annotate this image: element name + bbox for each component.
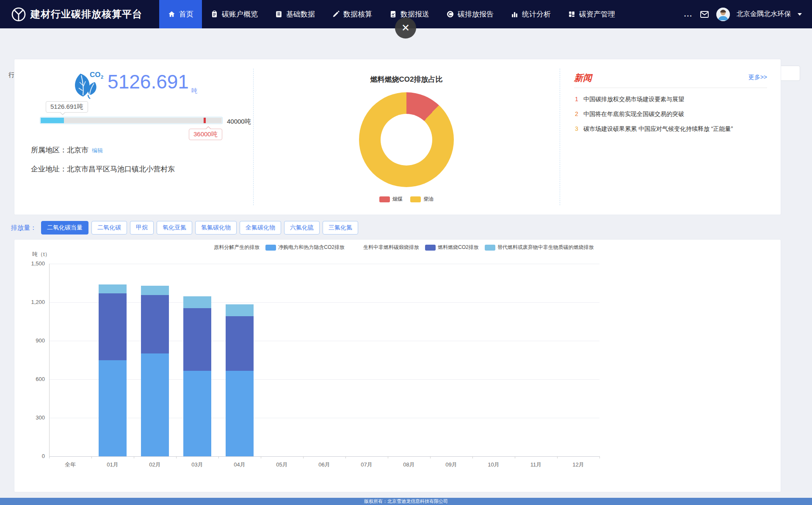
x-axis-tick	[176, 456, 177, 458]
audit-icon	[332, 10, 340, 18]
mail-icon[interactable]	[699, 9, 710, 19]
tab-ch4[interactable]: 甲烷	[130, 221, 154, 235]
y-tick-label: 1,500	[19, 260, 45, 267]
y-tick-label: 600	[19, 376, 45, 382]
bar-segment	[141, 286, 169, 295]
y-tick-label: 0	[19, 453, 45, 459]
x-tick-label: 08月	[392, 461, 426, 469]
legend-label: 柴油	[423, 196, 434, 203]
region-line: 所属地区：北京市编辑	[31, 145, 103, 155]
region-label: 所属地区：	[31, 146, 67, 154]
database-icon	[275, 10, 283, 18]
bar-segment	[226, 304, 254, 317]
y-tick-label: 1,200	[19, 299, 45, 305]
nav-item-home[interactable]: 首页	[159, 0, 202, 28]
news-more-link[interactable]: 更多>>	[748, 74, 767, 81]
nav-menu: 首页碳账户概览基础数据数据核算数据报送碳排放报告统计分析碳资产管理	[159, 0, 624, 28]
grid-line	[49, 341, 599, 341]
news-item[interactable]: 3碳市场建设硕果累累 中国应对气候变化持续释放 “正能量”	[574, 124, 767, 133]
x-tick-label: 06月	[307, 461, 341, 469]
x-tick-label: 07月	[350, 461, 384, 469]
nav-item-statistics[interactable]: 统计分析	[502, 0, 559, 28]
donut-hole	[381, 114, 432, 166]
home-icon	[168, 10, 176, 18]
bar-chart-plot: 03006009001,2001,500全年01月02月03月04月05月06月…	[49, 264, 599, 456]
bar-segment	[226, 371, 254, 456]
bar-segment	[183, 371, 211, 456]
bar-segment	[141, 353, 169, 456]
emission-type-label: 排放量：	[11, 224, 36, 232]
nav-right: ... 北京金隅北水环保	[684, 8, 812, 21]
donut-legend-item[interactable]: 烟煤	[379, 196, 403, 203]
news-list: 1中国碳排放权交易市场建设要素与展望2中国将在年底前实现全国碳交易的突破3碳市场…	[574, 95, 767, 139]
tab-nf3[interactable]: 三氟化氮	[323, 221, 358, 235]
news-title: 新闻	[574, 72, 592, 84]
bar-legend-item[interactable]: 替代燃料或废弃物中非生物质碳的燃烧排放	[485, 244, 594, 251]
nav-more-button[interactable]: ...	[684, 10, 693, 19]
emission-type-tabs: 排放量： 二氧化碳当量二氧化碳甲烷氧化亚氮氢氟碳化物全氟碳化物六氟化硫三氟化氮	[11, 221, 358, 235]
nav-item-label: 基础数据	[286, 9, 315, 19]
submit-icon	[389, 10, 397, 18]
bar-legend-item[interactable]: 生料中非燃料碳煅烧排放	[351, 244, 419, 251]
nav-item-emission-report[interactable]: 碳排放报告	[438, 0, 502, 28]
bar-legend-item[interactable]: 燃料燃烧CO2排放	[425, 244, 479, 251]
legend-swatch	[201, 245, 212, 251]
tab-hfcs[interactable]: 氢氟碳化物	[195, 221, 237, 235]
legend-swatch	[410, 196, 421, 202]
tab-co2[interactable]: 二氧化碳	[91, 221, 127, 235]
news-item-number: 3	[574, 124, 579, 133]
tab-sf6[interactable]: 六氟化硫	[284, 221, 320, 235]
nav-item-label: 数据核算	[343, 9, 372, 19]
tab-pfcs[interactable]: 全氟碳化物	[240, 221, 281, 235]
close-button[interactable]: ✕	[395, 17, 416, 39]
asset-icon	[568, 10, 576, 18]
x-axis-tick	[557, 456, 558, 458]
news-item[interactable]: 1中国碳排放权交易市场建设要素与展望	[574, 95, 767, 103]
avatar[interactable]	[716, 8, 730, 21]
grid-line	[49, 456, 599, 457]
grid-line	[49, 302, 599, 303]
x-axis-tick	[134, 456, 134, 458]
legend-swatch	[265, 245, 276, 251]
address-line: 企业地址：北京市昌平区马池口镇北小营村东	[31, 164, 175, 174]
nav-item-carbon-asset[interactable]: 碳资产管理	[559, 0, 624, 28]
edit-region-link[interactable]: 编辑	[92, 147, 103, 154]
user-name[interactable]: 北京金隅北水环保	[737, 10, 791, 19]
x-tick-label: 03月	[180, 461, 214, 469]
footer-copyright: 版权所有：北京雪迪龙信息科技有限公司	[0, 498, 812, 505]
bar-segment	[141, 295, 169, 353]
news-item-title: 中国将在年底前实现全国碳交易的突破	[583, 110, 684, 118]
chevron-down-icon[interactable]	[798, 13, 802, 16]
progress-track	[41, 118, 222, 123]
legend-swatch	[425, 245, 436, 251]
emission-summary-panel: CO 2 5126.691 吨 5126.691吨 40000吨 36000吨 …	[14, 59, 253, 215]
bar-legend-item[interactable]: 净购电力和热力隐含CO2排放	[265, 244, 345, 251]
grid-line	[49, 418, 599, 418]
nav-item-data-audit[interactable]: 数据核算	[323, 0, 381, 28]
fuel-donut-chart	[359, 92, 454, 187]
tab-n2o[interactable]: 氧化亚氮	[157, 221, 192, 235]
grid-line	[49, 264, 599, 264]
news-header: 新闻 更多>>	[574, 72, 767, 88]
news-item-title: 中国碳排放权交易市场建设要素与展望	[583, 95, 684, 103]
bar-segment	[99, 360, 127, 457]
address-value: 北京市昌平区马池口镇北小营村东	[67, 165, 175, 173]
x-axis-tick	[49, 456, 50, 458]
account-icon	[210, 10, 218, 18]
x-axis-tick	[261, 456, 261, 458]
co2-total-row: CO 2 5126.691 吨	[14, 59, 253, 100]
report-icon	[446, 10, 454, 18]
bar-legend-item[interactable]: 原料分解产生的排放	[201, 244, 260, 251]
nav-item-account-overview[interactable]: 碳账户概览	[202, 0, 266, 28]
legend-swatch	[379, 196, 390, 202]
news-item[interactable]: 2中国将在年底前实现全国碳交易的突破	[574, 110, 767, 118]
x-axis-tick	[515, 456, 515, 458]
bar-chart-legend: 原料分解产生的排放净购电力和热力隐含CO2排放生料中非燃料碳煅烧排放燃料燃烧CO…	[14, 244, 781, 251]
nav-item-label: 碳账户概览	[222, 9, 258, 19]
tab-co2e[interactable]: 二氧化碳当量	[41, 221, 88, 235]
x-tick-label: 09月	[434, 461, 468, 469]
legend-label: 原料分解产生的排放	[214, 244, 260, 251]
donut-legend-item[interactable]: 柴油	[410, 196, 434, 203]
nav-item-base-data[interactable]: 基础数据	[266, 0, 323, 28]
bar-segment	[183, 308, 211, 371]
